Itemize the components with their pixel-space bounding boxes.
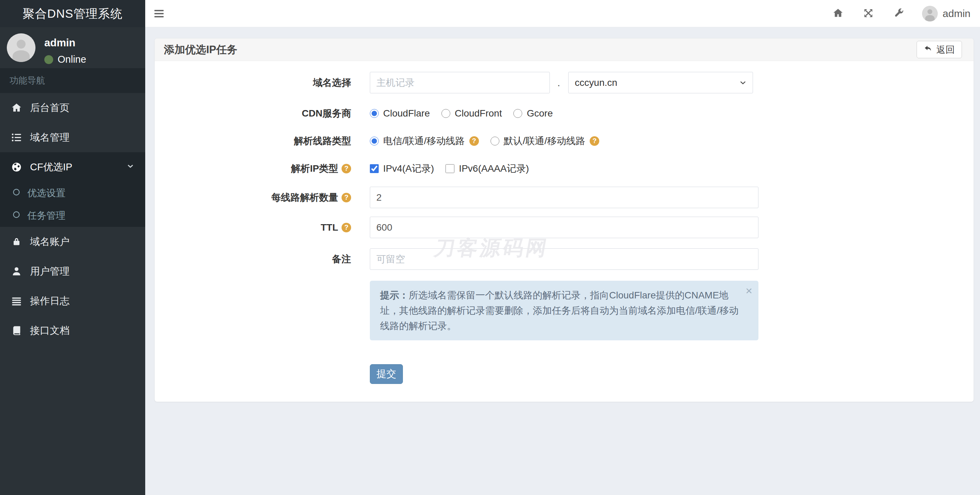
page-title: 添加优选IP任务 [164, 43, 237, 57]
settings-button[interactable] [883, 0, 914, 27]
sidebar-item-preferred-settings[interactable]: 优选设置 [0, 182, 145, 205]
domain-select[interactable]: cccyun.cn [568, 72, 753, 94]
sidebar-item-label: 操作日志 [30, 294, 70, 308]
ttl-input[interactable] [370, 217, 759, 238]
circle-icon [12, 188, 21, 198]
domain-separator: . [557, 77, 560, 89]
sidebar-user-panel: admin Online [0, 27, 145, 68]
close-icon[interactable]: × [746, 285, 752, 297]
per-line-count-input[interactable] [370, 187, 759, 208]
submit-button[interactable]: 提交 [370, 364, 403, 384]
back-button-label: 返回 [936, 44, 955, 56]
content-area: 添加优选IP任务 返回 域名选择 . cccyun.cn [145, 27, 980, 495]
ip-type-label: 解析IP类型 [291, 162, 338, 175]
sidebar-item-logs[interactable]: 操作日志 [0, 286, 145, 316]
line-type-label: 解析线路类型 [155, 135, 351, 148]
sidebar-item-users[interactable]: 用户管理 [0, 257, 145, 286]
lock-icon [10, 236, 22, 247]
sidebar: 聚合DNS管理系统 admin Online 功能导航 后台首页 域名管理 CF… [0, 0, 145, 495]
form-row-domain: 域名选择 . cccyun.cn [155, 72, 974, 94]
help-icon[interactable]: ? [342, 223, 351, 232]
home-icon [10, 103, 22, 113]
sidebar-item-label: 任务管理 [27, 209, 65, 222]
radio-gcore[interactable]: Gcore [513, 108, 552, 119]
sidebar-item-label: 域名账户 [30, 235, 70, 249]
radio-isp-lines[interactable]: 电信/联通/移动线路 ? [370, 135, 479, 148]
user-avatar [922, 6, 938, 21]
user-icon [10, 266, 22, 277]
chevron-down-icon [126, 162, 135, 173]
radio-cloudfront[interactable]: CloudFront [441, 108, 502, 119]
form-row-ttl: TTL ? [155, 217, 974, 238]
app-brand[interactable]: 聚合DNS管理系统 [0, 0, 145, 27]
form-row-line-type: 解析线路类型 电信/联通/移动线路 ? 默认/联通/移动线路 ? [155, 130, 974, 152]
form-row-per-line: 每线路解析数量 ? [155, 187, 974, 208]
hint-label: 提示： [380, 290, 409, 300]
form-row-cdn: CDN服务商 CloudFlare CloudFront Gcore [155, 103, 974, 124]
user-avatar [7, 33, 35, 62]
add-task-card: 添加优选IP任务 返回 域名选择 . cccyun.cn [154, 38, 974, 402]
sidebar-item-label: 用户管理 [30, 265, 70, 278]
host-record-input[interactable] [370, 72, 550, 94]
domain-label: 域名选择 [155, 76, 351, 89]
fullscreen-button[interactable] [853, 0, 883, 27]
top-navbar: admin [145, 0, 980, 27]
sidebar-item-domain-accounts[interactable]: 域名账户 [0, 227, 145, 257]
user-menu[interactable]: admin [914, 6, 970, 21]
sidebar-item-task-management[interactable]: 任务管理 [0, 205, 145, 227]
remark-label: 备注 [155, 253, 351, 266]
navbar-username: admin [942, 8, 970, 19]
wrench-icon [893, 8, 904, 19]
back-button[interactable]: 返回 [916, 41, 962, 58]
book-icon [10, 325, 22, 336]
form-row-ip-type: 解析IP类型 ? IPv4(A记录) IPv6(AAAA记录) [155, 158, 974, 179]
circle-icon [12, 210, 21, 221]
help-icon[interactable]: ? [342, 164, 351, 173]
expand-arrows-icon [863, 8, 873, 19]
checkbox-ipv6[interactable]: IPv6(AAAA记录) [445, 162, 529, 175]
checkbox-ipv4[interactable]: IPv4(A记录) [370, 162, 434, 175]
globe-icon [10, 162, 22, 172]
sidebar-item-dashboard[interactable]: 后台首页 [0, 93, 145, 123]
ttl-label: TTL [321, 222, 338, 233]
hint-text: 所选域名需保留一个默认线路的解析记录，指向CloudFlare提供的CNAME地… [380, 290, 739, 331]
th-list-icon [10, 296, 22, 306]
sidebar-user-status: Online [57, 54, 86, 65]
sidebar-nav-header: 功能导航 [0, 68, 145, 93]
radio-cloudflare[interactable]: CloudFlare [370, 108, 430, 119]
help-icon[interactable]: ? [590, 136, 599, 146]
sidebar-toggle-button[interactable] [154, 6, 170, 21]
sidebar-item-domains[interactable]: 域名管理 [0, 123, 145, 152]
sidebar-item-label: 后台首页 [30, 101, 70, 115]
home-icon [833, 8, 843, 19]
sidebar-user-name: admin [44, 37, 86, 49]
sidebar-item-api-docs[interactable]: 接口文档 [0, 316, 145, 346]
sidebar-item-label: 接口文档 [30, 324, 70, 338]
reply-icon [924, 44, 932, 55]
help-icon[interactable]: ? [469, 136, 479, 146]
sidebar-item-cf-ip[interactable]: CF优选IP [0, 152, 145, 182]
hint-alert: 提示：所选域名需保留一个默认线路的解析记录，指向CloudFlare提供的CNA… [370, 281, 759, 340]
form-row-remark: 备注 [155, 248, 974, 270]
sidebar-submenu: 优选设置 任务管理 [0, 182, 145, 227]
sidebar-item-label: 优选设置 [27, 187, 65, 200]
list-icon [10, 132, 22, 143]
online-status-dot [44, 55, 53, 64]
sidebar-item-label: 域名管理 [30, 131, 70, 144]
cdn-label: CDN服务商 [155, 107, 351, 120]
radio-default-lines[interactable]: 默认/联通/移动线路 ? [490, 135, 600, 148]
per-line-label: 每线路解析数量 [271, 191, 338, 204]
home-button[interactable] [823, 0, 853, 27]
remark-input[interactable] [370, 248, 759, 270]
sidebar-item-label: CF优选IP [30, 160, 72, 174]
help-icon[interactable]: ? [342, 193, 351, 202]
sidebar-menu: 后台首页 域名管理 CF优选IP 优选设置 任务管理 域名账户 [0, 93, 145, 346]
